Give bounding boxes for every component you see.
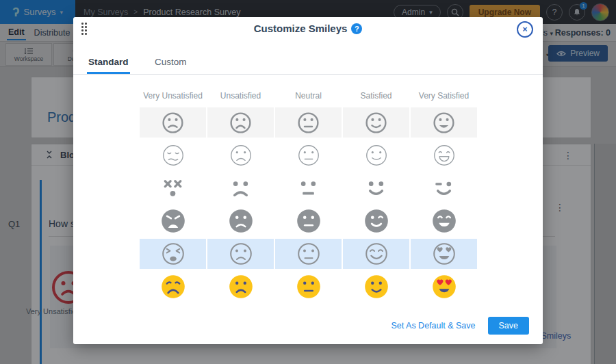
smiley-cell-outline-thin-2[interactable] — [275, 140, 342, 170]
smiley-column-label: Very Unsatisfied — [140, 91, 206, 101]
smiley-style-row-sketch — [140, 239, 478, 269]
smiley-outline-thin-icon — [363, 142, 389, 168]
smiley-cell-outline-thin-0[interactable] — [140, 140, 206, 170]
smiley-cell-sketch-3[interactable] — [343, 239, 409, 269]
close-icon[interactable]: × — [517, 21, 533, 38]
smiley-cell-solid-0[interactable] — [140, 206, 206, 236]
app-window: ʔ Surveys ▾ My Surveys > Product Researc… — [0, 0, 616, 364]
smiley-column-label: Neutral — [275, 91, 342, 101]
smiley-cell-outline-bold-2[interactable] — [275, 107, 342, 138]
smiley-cell-sketch-0[interactable] — [140, 239, 206, 269]
smiley-style-row-outline-bold — [140, 107, 478, 138]
smiley-cell-outline-thin-4[interactable] — [411, 140, 477, 170]
smiley-cell-outline-thin-3[interactable] — [343, 140, 409, 170]
smiley-glyph-icon — [363, 175, 389, 202]
smiley-outline-thin-icon — [431, 142, 457, 168]
smiley-column-label: Unsatisfied — [207, 91, 274, 101]
smiley-glyph-icon — [227, 175, 254, 202]
smiley-glyph-icon — [159, 175, 186, 202]
smiley-style-row-solid — [140, 206, 478, 236]
modal-title: Customize Smileys ? — [73, 23, 543, 34]
smiley-emoji-icon — [159, 272, 188, 301]
smiley-cell-sketch-2[interactable] — [275, 239, 342, 269]
modal-footer: Set As Default & Save Save — [392, 317, 530, 335]
smiley-outline-bold-icon — [296, 110, 321, 135]
smiley-cell-outline-bold-0[interactable] — [140, 107, 206, 138]
smiley-grid: Very UnsatisfiedUnsatisfiedNeutralSatisf… — [140, 91, 478, 302]
set-default-save-link[interactable]: Set As Default & Save — [392, 321, 476, 330]
smiley-outline-bold-icon — [228, 110, 253, 135]
smiley-cell-solid-3[interactable] — [343, 206, 409, 236]
smiley-cell-sketch-1[interactable] — [207, 239, 274, 269]
smiley-cell-emoji-1[interactable] — [207, 272, 274, 302]
smiley-solid-icon — [227, 207, 255, 235]
smiley-style-row-outline-thin — [140, 140, 478, 170]
smiley-cell-solid-4[interactable] — [411, 206, 477, 236]
smiley-cell-glyph-1[interactable] — [207, 173, 274, 203]
smiley-cell-outline-thin-1[interactable] — [207, 140, 274, 170]
modal-tab-bar: Standard Custom — [73, 51, 543, 75]
smiley-outline-bold-icon — [363, 110, 389, 135]
smiley-solid-icon — [294, 207, 323, 235]
smiley-sketch-icon — [227, 240, 255, 268]
smiley-glyph-icon — [431, 175, 457, 202]
modal-help-icon[interactable]: ? — [351, 23, 362, 34]
smiley-cell-glyph-0[interactable] — [140, 173, 206, 203]
modal-header: Customize Smileys ? × — [73, 17, 543, 43]
smiley-cell-sketch-4[interactable] — [411, 239, 477, 269]
smiley-emoji-icon — [362, 272, 391, 301]
smiley-solid-icon — [159, 207, 188, 235]
tab-standard[interactable]: Standard — [87, 51, 130, 74]
smiley-outline-bold-icon — [431, 110, 457, 135]
tab-custom[interactable]: Custom — [153, 51, 188, 72]
smiley-cell-outline-bold-4[interactable] — [411, 107, 477, 138]
smiley-row-list — [140, 107, 478, 302]
smiley-outline-thin-icon — [296, 142, 322, 168]
smiley-cell-outline-bold-3[interactable] — [343, 107, 409, 138]
drag-handle-icon[interactable] — [81, 23, 87, 35]
smiley-sketch-icon — [363, 240, 390, 268]
smiley-column-label: Very Satisfied — [411, 91, 477, 101]
smiley-cell-emoji-3[interactable] — [343, 272, 409, 302]
smiley-style-row-emoji — [140, 272, 478, 302]
save-button[interactable]: Save — [488, 317, 530, 335]
smiley-sketch-icon — [159, 240, 187, 268]
smiley-column-headers: Very UnsatisfiedUnsatisfiedNeutralSatisf… — [140, 91, 478, 101]
smiley-cell-solid-2[interactable] — [275, 206, 342, 236]
smiley-outline-thin-icon — [160, 142, 186, 168]
smiley-outline-bold-icon — [160, 110, 185, 135]
modal-title-text: Customize Smileys — [254, 23, 348, 34]
smiley-sketch-icon — [295, 240, 322, 268]
smiley-cell-solid-1[interactable] — [207, 206, 274, 236]
smiley-emoji-icon — [227, 272, 255, 301]
smiley-cell-emoji-4[interactable] — [411, 272, 477, 302]
smiley-glyph-icon — [295, 175, 322, 202]
smiley-cell-glyph-3[interactable] — [343, 173, 409, 203]
smiley-cell-glyph-2[interactable] — [275, 173, 342, 203]
smiley-emoji-icon — [430, 272, 459, 301]
smiley-column-label: Satisfied — [343, 91, 409, 101]
smiley-solid-icon — [362, 207, 391, 235]
smiley-emoji-icon — [294, 272, 323, 301]
smiley-sketch-icon — [431, 240, 458, 268]
smiley-cell-outline-bold-1[interactable] — [207, 107, 274, 138]
smiley-style-row-glyph — [140, 173, 478, 203]
smiley-cell-emoji-0[interactable] — [140, 272, 206, 302]
smiley-solid-icon — [430, 207, 459, 235]
smiley-outline-thin-icon — [228, 142, 254, 168]
smiley-cell-glyph-4[interactable] — [411, 173, 477, 203]
smiley-cell-emoji-2[interactable] — [275, 272, 342, 302]
customize-smileys-modal: Customize Smileys ? × Standard Custom Ve… — [73, 17, 543, 344]
